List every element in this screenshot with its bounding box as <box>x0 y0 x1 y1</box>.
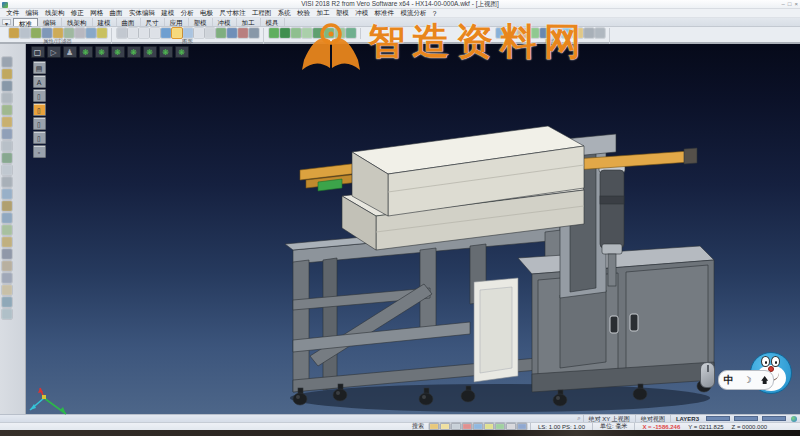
ime-bar[interactable]: 中 ☽ <box>718 370 774 390</box>
side-tool-icon[interactable] <box>2 117 12 127</box>
tab-dimension[interactable]: 尺寸 <box>141 18 165 26</box>
graphics-toolbar-icon[interactable] <box>172 28 182 38</box>
view-icon[interactable]: ❋ <box>127 46 141 58</box>
view-icon[interactable]: ❋ <box>79 46 93 58</box>
tab-application[interactable]: 应用 <box>165 18 189 26</box>
menu-edit[interactable]: 编辑 <box>22 9 41 18</box>
viewport-tool-icon[interactable]: A <box>33 75 46 88</box>
graphics-toolbar-icon[interactable] <box>150 28 160 38</box>
system-toolbar-icon[interactable] <box>507 28 517 38</box>
status-color-swatch[interactable] <box>706 416 730 421</box>
extra-toolbar-icon[interactable] <box>346 28 356 38</box>
tab-progress[interactable]: 冲模 <box>213 18 237 26</box>
ime-halfwidth-icon[interactable]: ☽ <box>743 375 751 385</box>
status-color-swatch[interactable] <box>762 416 786 421</box>
menu-analysis[interactable]: 分析 <box>178 9 197 18</box>
extra-toolbar-icon[interactable] <box>324 28 334 38</box>
filter-toolbar-icon[interactable] <box>53 28 63 38</box>
menu-flow-analysis[interactable]: 模流分析 <box>397 9 429 18</box>
view-icon[interactable]: ❋ <box>159 46 173 58</box>
graphics-toolbar-icon[interactable] <box>238 28 248 38</box>
side-tool-icon[interactable] <box>2 153 12 163</box>
menu-surface[interactable]: 曲面 <box>106 9 125 18</box>
viewport-tool-icon[interactable]: ▯ <box>33 131 46 144</box>
menu-machining[interactable]: 加工 <box>313 9 332 18</box>
graphics-toolbar-icon[interactable] <box>249 28 259 38</box>
view-icon[interactable]: ❋ <box>175 46 189 58</box>
status-tool-icon[interactable] <box>495 423 505 430</box>
side-tool-icon[interactable] <box>2 273 12 283</box>
view-icon[interactable]: ▷ <box>47 46 61 58</box>
tab-mould[interactable]: 塑模 <box>189 18 213 26</box>
graphics-toolbar-icon[interactable] <box>194 28 204 38</box>
tab-wireframe[interactable]: 线架构 <box>62 18 93 26</box>
graphics-toolbar-icon[interactable] <box>205 28 215 38</box>
filter-toolbar-icon[interactable] <box>86 28 96 38</box>
viewport-tool-icon[interactable]: ▫ <box>33 145 46 158</box>
graphics-toolbar-icon[interactable] <box>161 28 171 38</box>
side-tool-icon[interactable] <box>2 213 12 223</box>
menu-file[interactable]: 文件 <box>3 9 22 18</box>
tab-standard[interactable]: 标准 <box>13 18 38 26</box>
tab-modeling[interactable]: 建模 <box>93 18 117 26</box>
system-toolbar-icon[interactable] <box>496 28 506 38</box>
system-toolbar-icon[interactable] <box>518 28 528 38</box>
graphics-toolbar-icon[interactable] <box>183 28 193 38</box>
menu-dimension[interactable]: 尺寸标注 <box>216 9 248 18</box>
filter-toolbar-icon[interactable] <box>31 28 41 38</box>
menu-verify[interactable]: 校验 <box>294 9 313 18</box>
close-button[interactable]: × <box>794 0 798 9</box>
status-tool-icon[interactable] <box>462 423 472 430</box>
extra-toolbar-icon[interactable] <box>291 28 301 38</box>
menu-modify[interactable]: 修正 <box>68 9 87 18</box>
view-icon[interactable]: ❋ <box>111 46 125 58</box>
extra-toolbar-icon[interactable] <box>302 28 312 38</box>
side-tool-icon[interactable] <box>2 261 12 271</box>
side-tool-icon[interactable] <box>2 177 12 187</box>
menu-system[interactable]: 系统 <box>275 9 294 18</box>
graphics-toolbar-icon[interactable] <box>117 28 127 38</box>
menu-progress[interactable]: 冲模 <box>352 9 371 18</box>
side-tool-icon[interactable] <box>2 237 12 247</box>
status-tool-icon[interactable] <box>473 423 483 430</box>
graphics-toolbar-icon[interactable] <box>139 28 149 38</box>
status-tool-icon[interactable] <box>484 423 494 430</box>
side-tool-icon[interactable] <box>2 57 12 67</box>
menu-help[interactable]: ? <box>430 10 440 17</box>
viewport-tool-icon[interactable]: ▯ <box>33 89 46 102</box>
side-tool-icon[interactable] <box>2 201 12 211</box>
side-tool-icon[interactable] <box>2 69 12 79</box>
side-tool-icon[interactable] <box>2 249 12 259</box>
status-tool-icon[interactable] <box>517 423 527 430</box>
system-toolbar-icon[interactable] <box>540 28 550 38</box>
filter-toolbar-icon[interactable] <box>75 28 85 38</box>
tab-surface[interactable]: 曲面 <box>117 18 141 26</box>
graphics-toolbar-icon[interactable] <box>128 28 138 38</box>
menu-mesh[interactable]: 网格 <box>87 9 106 18</box>
extra-toolbar-icon[interactable] <box>335 28 345 38</box>
filter-toolbar-icon[interactable] <box>42 28 52 38</box>
viewport-tool-icon[interactable]: ▤ <box>33 61 46 74</box>
system-toolbar-icon[interactable] <box>562 28 572 38</box>
status-tool-icon[interactable] <box>451 423 461 430</box>
side-tool-icon[interactable] <box>2 141 12 151</box>
side-tool-icon[interactable] <box>2 297 12 307</box>
cad-viewport[interactable]: ▢▷♟❋❋❋❋❋❋❋ ▤A▯▯▯▯▫ <box>26 44 800 414</box>
side-tool-icon[interactable] <box>2 309 12 319</box>
extra-toolbar-icon[interactable] <box>269 28 279 38</box>
ribbon-collapse-button[interactable]: ▾ <box>2 19 11 25</box>
menu-standard-parts[interactable]: 标准件 <box>371 9 397 18</box>
status-tool-icon[interactable] <box>429 423 439 430</box>
view-icon[interactable]: ❋ <box>143 46 157 58</box>
status-tool-icon[interactable] <box>440 423 450 430</box>
menu-drafting[interactable]: 工程图 <box>249 9 275 18</box>
side-tool-icon[interactable] <box>2 129 12 139</box>
menu-mould[interactable]: 塑模 <box>333 9 352 18</box>
graphics-toolbar-icon[interactable] <box>216 28 226 38</box>
ime-skin-icon[interactable] <box>761 376 768 384</box>
tab-edit[interactable]: 编辑 <box>38 18 62 26</box>
view-icon[interactable]: ▢ <box>31 46 45 58</box>
side-tool-icon[interactable] <box>2 165 12 175</box>
side-tool-icon[interactable] <box>2 105 12 115</box>
side-tool-icon[interactable] <box>2 93 12 103</box>
